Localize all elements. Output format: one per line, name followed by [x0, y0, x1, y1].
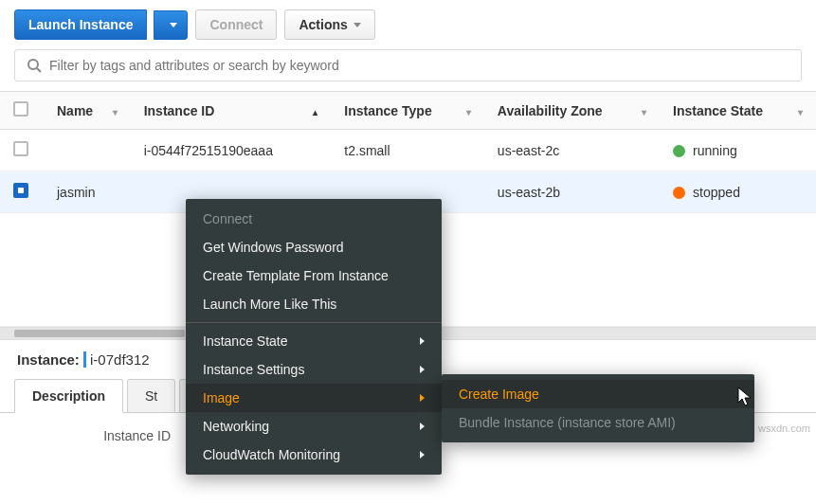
row-checkbox[interactable]: [13, 183, 28, 198]
detail-label: Instance:: [17, 351, 80, 368]
col-label: Name: [57, 103, 93, 118]
table-row[interactable]: i-0544f72515190eaaa t2.small us-east-2c …: [0, 130, 816, 171]
actions-label: Actions: [299, 17, 347, 32]
kv-key: Instance ID: [19, 428, 190, 443]
cell-state: running: [660, 130, 816, 171]
submenu-arrow-icon: [420, 423, 425, 430]
col-label: Instance ID: [144, 103, 215, 118]
cell-instance-type: t2.small: [331, 130, 484, 171]
scrollbar-thumb[interactable]: [14, 330, 185, 337]
menu-instance-state[interactable]: Instance State: [186, 327, 442, 355]
select-all-checkbox[interactable]: [13, 101, 28, 117]
state-text: running: [693, 143, 737, 158]
col-state[interactable]: Instance State▾: [660, 92, 816, 130]
col-label: Instance Type: [344, 103, 431, 118]
cell-state: stopped: [660, 171, 816, 213]
cell-az: us-east-2b: [484, 171, 660, 213]
launch-instance-button[interactable]: Launch Instance: [14, 9, 147, 40]
menu-networking[interactable]: Networking: [186, 412, 442, 441]
menu-separator: [186, 322, 442, 323]
svg-line-1: [37, 68, 41, 72]
state-running-icon: [673, 145, 685, 157]
row-checkbox[interactable]: [13, 141, 28, 156]
cell-name: [44, 130, 131, 171]
submenu-bundle-instance: Bundle Instance (instance store AMI): [442, 408, 754, 437]
submenu-create-image[interactable]: Create Image: [442, 380, 754, 408]
state-stopped-icon: [673, 187, 685, 199]
col-instance-id[interactable]: Instance ID▴: [131, 92, 332, 130]
menu-image[interactable]: Image: [186, 384, 442, 412]
submenu-arrow-icon: [420, 366, 425, 373]
caret-down-icon: [170, 23, 177, 27]
detail-instance-id[interactable]: i-07df312: [83, 351, 150, 368]
caret-down-icon: [354, 23, 361, 27]
sort-icon: ▾: [466, 107, 471, 117]
submenu-arrow-icon: [420, 451, 425, 459]
search-bar[interactable]: [14, 49, 802, 81]
sort-icon: ▾: [798, 107, 803, 117]
actions-button[interactable]: Actions: [284, 9, 374, 40]
svg-point-0: [28, 60, 38, 69]
watermark: wsxdn.com: [758, 423, 810, 434]
state-text: stopped: [693, 185, 740, 200]
menu-get-windows-password[interactable]: Get Windows Password: [186, 233, 442, 261]
submenu-arrow-icon: [420, 394, 425, 402]
launch-instance-dropdown[interactable]: [154, 10, 188, 40]
cell-name: jasmin: [44, 171, 131, 213]
table-header-row: Name▾ Instance ID▴ Instance Type▾ Availa…: [0, 92, 816, 130]
col-instance-type[interactable]: Instance Type▾: [331, 92, 484, 130]
sort-icon: ▾: [642, 107, 646, 117]
sort-asc-icon: ▴: [313, 107, 317, 117]
context-menu: Connect Get Windows Password Create Temp…: [186, 199, 442, 459]
toolbar: Launch Instance Connect Actions: [0, 0, 816, 49]
cell-az: us-east-2c: [484, 130, 660, 171]
search-input[interactable]: [49, 58, 791, 73]
image-submenu: Create Image Bundle Instance (instance s…: [442, 374, 754, 442]
menu-instance-settings[interactable]: Instance Settings: [186, 355, 442, 384]
col-name[interactable]: Name▾: [44, 92, 131, 130]
menu-cloudwatch[interactable]: CloudWatch Monitoring: [186, 441, 442, 459]
col-label: Instance State: [673, 103, 763, 118]
search-icon: [25, 56, 44, 75]
menu-create-template[interactable]: Create Template From Instance: [186, 261, 442, 290]
menu-connect: Connect: [186, 205, 442, 233]
col-az[interactable]: Availability Zone▾: [484, 92, 660, 130]
sort-icon: ▾: [113, 107, 118, 117]
col-label: Availability Zone: [498, 103, 603, 118]
tab-partial[interactable]: St: [127, 379, 175, 412]
submenu-arrow-icon: [420, 337, 425, 345]
instances-table: Name▾ Instance ID▴ Instance Type▾ Availa…: [0, 91, 816, 213]
tab-description[interactable]: Description: [14, 379, 123, 413]
cell-instance-id: i-0544f72515190eaaa: [131, 130, 332, 171]
menu-launch-more[interactable]: Launch More Like This: [186, 290, 442, 318]
mouse-cursor-icon: [737, 387, 754, 410]
connect-button: Connect: [195, 9, 277, 40]
